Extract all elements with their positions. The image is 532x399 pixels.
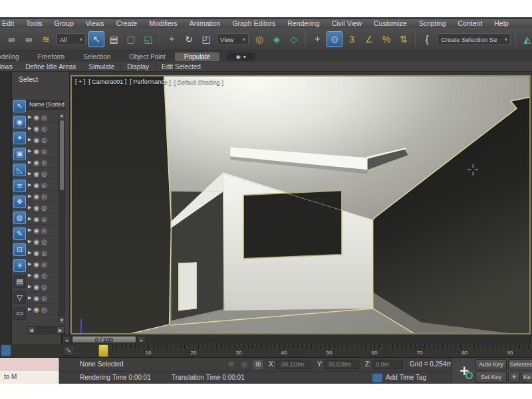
named-selection-sets-icon[interactable]: { bbox=[419, 31, 435, 47]
expand-arrow-icon[interactable]: ▶ bbox=[28, 295, 31, 301]
track-left-icon[interactable] bbox=[1, 345, 11, 356]
list-item[interactable]: ▶◉◎ bbox=[27, 146, 59, 157]
expand-arrow-icon[interactable]: ▶ bbox=[28, 160, 31, 165]
display-spacewarps-icon[interactable]: ❖ bbox=[13, 196, 26, 208]
frozen-toggle-icon[interactable]: ◎ bbox=[41, 283, 47, 291]
viewport-canvas[interactable] bbox=[72, 76, 529, 333]
frozen-toggle-icon[interactable]: ◎ bbox=[41, 306, 47, 313]
frozen-toggle-icon[interactable]: ◎ bbox=[41, 136, 47, 144]
snaps-3d-icon[interactable]: 3 bbox=[344, 31, 360, 47]
display-geometry-icon[interactable]: ◉ bbox=[13, 116, 26, 128]
absolute-mode-toggle-icon[interactable]: ⊞ bbox=[253, 360, 263, 369]
frozen-toggle-icon[interactable]: ◎ bbox=[41, 159, 47, 166]
key-filters-icon[interactable]: ✳ bbox=[508, 372, 520, 383]
frozen-toggle-icon[interactable]: ◎ bbox=[41, 249, 47, 257]
filter-icon[interactable]: ▽ bbox=[13, 291, 26, 304]
mini-curve-editor-button[interactable]: ∿ bbox=[63, 345, 74, 356]
pin-icon[interactable]: ◎ bbox=[241, 360, 248, 368]
expand-arrow-icon[interactable]: ▶ bbox=[28, 284, 31, 289]
frozen-toggle-icon[interactable]: ◎ bbox=[41, 204, 47, 211]
visibility-eye-icon[interactable]: ◉ bbox=[33, 227, 39, 234]
visibility-eye-icon[interactable]: ◉ bbox=[33, 159, 39, 166]
expand-arrow-icon[interactable]: ▶ bbox=[28, 126, 31, 131]
menu-tools[interactable]: Tools bbox=[20, 19, 49, 28]
menu-content[interactable]: Content bbox=[452, 19, 488, 28]
menu-rendering[interactable]: Rendering bbox=[281, 19, 325, 28]
reference-coordinate-system-dropdown[interactable]: View▾ bbox=[217, 33, 249, 45]
add-time-tag-label[interactable]: Add Time Tag bbox=[386, 372, 426, 384]
ribbon-button-define-idle-areas[interactable]: Define Idle Areas bbox=[19, 63, 82, 70]
bind-to-space-warp-icon[interactable]: ≋ bbox=[38, 31, 54, 47]
display-shapes-icon[interactable]: ✦ bbox=[13, 132, 26, 144]
list-item[interactable]: ▶◉◎ bbox=[27, 168, 59, 180]
select-icon[interactable]: ↖ bbox=[13, 100, 26, 112]
add-workspace-icon[interactable]: ＋ bbox=[454, 359, 474, 382]
select-object-icon[interactable]: ↖ bbox=[88, 31, 104, 47]
rectangular-selection-region-icon[interactable]: ▢ bbox=[123, 31, 139, 47]
time-slider-handle[interactable]: 0 / 100 bbox=[72, 336, 136, 343]
menu-group[interactable]: Group bbox=[49, 19, 80, 28]
frozen-toggle-icon[interactable]: ◎ bbox=[41, 238, 47, 245]
select-and-move-icon[interactable]: ＋ bbox=[164, 31, 180, 47]
frozen-toggle-icon[interactable]: ◎ bbox=[41, 114, 47, 121]
display-cameras-icon[interactable]: ◺ bbox=[13, 164, 26, 176]
folder-icon[interactable]: ▭ bbox=[13, 307, 26, 320]
select-and-scale-icon[interactable]: ◰ bbox=[198, 31, 214, 47]
angle-snap-icon[interactable]: ∠ bbox=[361, 31, 377, 47]
select-and-rotate-icon[interactable]: ↻ bbox=[181, 31, 197, 47]
menu-graph-editors[interactable]: Graph Editors bbox=[226, 19, 281, 28]
frozen-toggle-icon[interactable]: ◎ bbox=[41, 170, 47, 178]
list-item[interactable]: ▶◉◎ bbox=[27, 304, 59, 315]
ribbon-tab-selection[interactable]: Selection bbox=[74, 53, 120, 61]
select-by-name-icon[interactable]: ▤ bbox=[106, 31, 122, 47]
scroll-thumb[interactable] bbox=[60, 120, 64, 190]
y-coordinate-field[interactable]: 70.038m bbox=[325, 360, 359, 369]
scroll-down-icon[interactable]: ▼ bbox=[59, 317, 65, 324]
menu-animation[interactable]: Animation bbox=[184, 19, 227, 28]
menu-help[interactable]: Help bbox=[488, 19, 515, 28]
ribbon-tab-freeform[interactable]: Freeform bbox=[29, 53, 74, 61]
expand-arrow-icon[interactable]: ▶ bbox=[28, 194, 31, 199]
frozen-toggle-icon[interactable]: ◎ bbox=[41, 261, 47, 268]
camera-viewport[interactable]: [ + ][ Camera001 ][ Performance ][ Defau… bbox=[70, 75, 531, 334]
menu-customize[interactable]: Customize bbox=[368, 19, 413, 28]
previous-frame-icon[interactable]: ◂ bbox=[63, 336, 70, 343]
list-item[interactable]: ▶◉◎ bbox=[27, 259, 59, 270]
list-item[interactable]: ▶◉◎ bbox=[27, 180, 59, 191]
menu-views[interactable]: Views bbox=[80, 19, 110, 28]
visibility-eye-icon[interactable]: ◉ bbox=[33, 182, 39, 189]
visibility-eye-icon[interactable]: ◉ bbox=[33, 215, 39, 223]
visibility-eye-icon[interactable]: ◉ bbox=[33, 125, 39, 132]
viewport-shading-menu[interactable]: [ Default Shading ] bbox=[174, 78, 223, 85]
unlink-selection-icon[interactable]: ∞ bbox=[21, 31, 37, 47]
expand-arrow-icon[interactable]: ▶ bbox=[28, 205, 31, 210]
frozen-toggle-icon[interactable]: ◎ bbox=[41, 125, 47, 132]
visibility-eye-icon[interactable]: ◉ bbox=[33, 272, 39, 279]
list-item[interactable]: ▶◉◎ bbox=[27, 247, 59, 259]
select-and-manipulate-icon[interactable]: ◈ bbox=[269, 31, 285, 47]
selection-lock-icon[interactable]: ⊘ bbox=[228, 360, 234, 368]
expand-arrow-icon[interactable]: ▶ bbox=[28, 216, 31, 221]
z-coordinate-field[interactable]: 0.0m bbox=[372, 360, 403, 369]
visibility-eye-icon[interactable]: ◉ bbox=[33, 306, 39, 313]
auto-key-button[interactable]: Auto Key bbox=[475, 359, 507, 370]
list-item[interactable]: ▶◉◎ bbox=[27, 270, 59, 281]
list-item[interactable]: ▶◉◎ bbox=[27, 236, 59, 247]
named-selection-set-dropdown[interactable]: Create Selection Se▾ bbox=[438, 33, 511, 45]
add-time-tag-icon[interactable] bbox=[372, 374, 382, 382]
visibility-eye-icon[interactable]: ◉ bbox=[33, 204, 39, 211]
expand-arrow-icon[interactable]: ▶ bbox=[28, 114, 31, 120]
list-item[interactable]: ▶◉◎ bbox=[27, 281, 59, 293]
expand-arrow-icon[interactable]: ▶ bbox=[28, 171, 31, 176]
mirror-icon[interactable]: ◭ bbox=[519, 31, 532, 47]
viewport-pov-menu[interactable]: [ Camera001 ] bbox=[88, 78, 126, 85]
display-materials-icon[interactable]: ⊡ bbox=[13, 243, 26, 256]
list-item[interactable]: ▶◉◎ bbox=[27, 157, 59, 168]
frozen-toggle-icon[interactable]: ◎ bbox=[41, 182, 47, 189]
selection-filter-dropdown[interactable]: All▾ bbox=[57, 33, 86, 45]
visibility-eye-icon[interactable]: ◉ bbox=[33, 261, 39, 268]
selected-dropdown[interactable]: Selected bbox=[508, 359, 532, 370]
display-helpers-icon[interactable]: ≋ bbox=[13, 180, 26, 192]
viewport-general-menu[interactable]: [ + ] bbox=[75, 78, 85, 85]
select-and-link-icon[interactable]: ∞ bbox=[3, 31, 19, 47]
